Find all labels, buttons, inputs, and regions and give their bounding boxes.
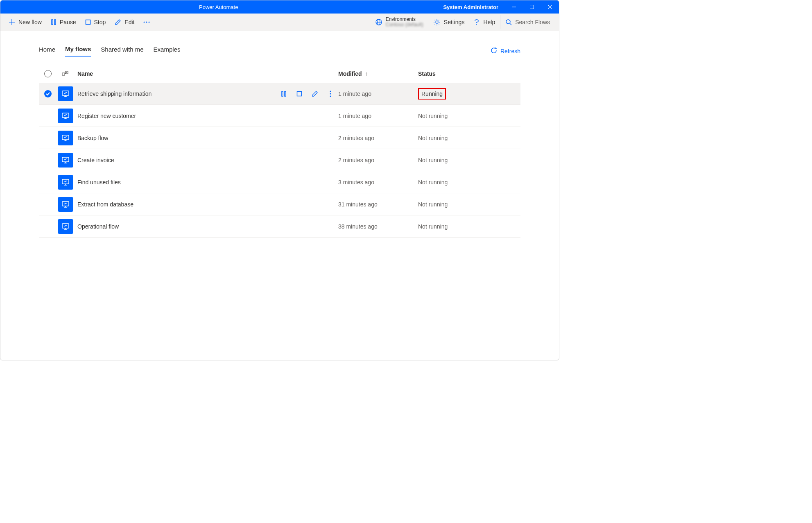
pencil-icon xyxy=(115,19,121,25)
flow-name[interactable]: Backup flow xyxy=(73,135,252,141)
svg-rect-27 xyxy=(297,91,302,96)
desktop-flow-icon xyxy=(58,109,73,123)
column-status[interactable]: Status xyxy=(418,70,520,77)
svg-line-18 xyxy=(510,23,511,25)
environment-value: Contoso (default) xyxy=(386,22,423,27)
svg-point-10 xyxy=(146,22,147,23)
flows-table: Name Modified↑ Status Retrieve shipping … xyxy=(39,65,520,238)
svg-rect-26 xyxy=(285,91,286,96)
help-icon xyxy=(473,19,480,25)
flow-status: Not running xyxy=(418,135,448,141)
svg-point-28 xyxy=(330,91,331,92)
tab-home[interactable]: Home xyxy=(39,46,55,56)
flow-name[interactable]: Operational flow xyxy=(73,223,252,230)
flow-status: Not running xyxy=(418,179,448,186)
flow-status: Running xyxy=(418,88,446,100)
titlebar: Power Automate System Administrator xyxy=(0,0,559,14)
environments-picker[interactable]: Environments Contoso (default) xyxy=(370,17,428,27)
edit-label: Edit xyxy=(124,19,134,25)
tab-my-flows[interactable]: My flows xyxy=(65,45,91,57)
select-all-checkbox[interactable] xyxy=(44,70,52,77)
user-label[interactable]: System Administrator xyxy=(437,4,505,10)
flow-name[interactable]: Find unused files xyxy=(73,179,252,186)
svg-point-11 xyxy=(149,22,150,23)
tab-examples[interactable]: Examples xyxy=(154,46,181,56)
flow-modified: 1 minute ago xyxy=(338,91,418,97)
column-name[interactable]: Name xyxy=(73,70,252,77)
close-button[interactable] xyxy=(541,0,559,14)
row-checkbox[interactable] xyxy=(44,90,52,97)
table-row[interactable]: Operational flow38 minutes agoNot runnin… xyxy=(39,215,520,238)
row-more-icon[interactable] xyxy=(327,90,334,97)
desktop-flow-icon xyxy=(58,175,73,190)
svg-rect-25 xyxy=(282,91,283,96)
tab-shared[interactable]: Shared with me xyxy=(101,46,143,56)
desktop-flow-icon xyxy=(58,131,73,145)
flow-name[interactable]: Register new customer xyxy=(73,113,252,119)
svg-rect-19 xyxy=(62,73,65,75)
sort-ascending-icon: ↑ xyxy=(365,70,368,77)
flow-status: Not running xyxy=(418,201,448,208)
settings-button[interactable]: Settings xyxy=(429,15,469,29)
new-flow-button[interactable]: New flow xyxy=(5,15,46,29)
maximize-button[interactable] xyxy=(523,0,541,14)
desktop-flow-icon xyxy=(58,219,73,234)
tabs: Home My flows Shared with me Examples Re… xyxy=(39,31,520,57)
help-label: Help xyxy=(483,19,495,25)
stop-icon xyxy=(85,19,91,25)
svg-point-9 xyxy=(144,22,145,23)
flow-modified: 38 minutes ago xyxy=(338,223,418,230)
svg-rect-8 xyxy=(86,20,90,25)
svg-point-15 xyxy=(436,21,438,23)
stop-button[interactable]: Stop xyxy=(81,15,110,29)
flow-modified: 1 minute ago xyxy=(338,113,418,119)
row-stop-icon[interactable] xyxy=(296,90,303,97)
flow-modified: 3 minutes ago xyxy=(338,179,418,186)
toolbar: New flow Pause Stop Edit Environments Co… xyxy=(0,14,559,31)
minimize-button[interactable] xyxy=(505,0,523,14)
row-edit-icon[interactable] xyxy=(311,90,319,97)
more-button[interactable] xyxy=(139,15,154,29)
plus-icon xyxy=(9,19,15,25)
desktop-flow-icon xyxy=(58,153,73,168)
table-row[interactable]: Retrieve shipping information1 minute ag… xyxy=(39,83,520,105)
search-placeholder: Search Flows xyxy=(515,19,550,25)
flow-name[interactable]: Create invoice xyxy=(73,157,252,163)
type-icon-header[interactable] xyxy=(57,70,73,77)
help-button[interactable]: Help xyxy=(469,15,499,29)
svg-point-17 xyxy=(506,20,510,24)
stop-label: Stop xyxy=(94,19,106,25)
flow-status: Not running xyxy=(418,157,448,163)
table-row[interactable]: Extract from database31 minutes agoNot r… xyxy=(39,193,520,215)
search-flows[interactable]: Search Flows xyxy=(500,15,555,29)
flow-name[interactable]: Retrieve shipping information xyxy=(73,91,252,97)
app-title: Power Automate xyxy=(0,4,437,10)
flow-modified: 31 minutes ago xyxy=(338,201,418,208)
svg-rect-20 xyxy=(66,71,68,74)
pause-button[interactable]: Pause xyxy=(47,15,80,29)
svg-point-30 xyxy=(330,95,331,97)
table-row[interactable]: Register new customer1 minute agoNot run… xyxy=(39,105,520,127)
refresh-icon xyxy=(491,47,497,55)
row-pause-icon[interactable] xyxy=(280,90,287,97)
refresh-label: Refresh xyxy=(500,48,520,54)
flow-modified: 2 minutes ago xyxy=(338,135,418,141)
new-flow-label: New flow xyxy=(18,19,42,25)
flow-name[interactable]: Extract from database xyxy=(73,201,252,208)
flow-status: Not running xyxy=(418,113,448,119)
search-icon xyxy=(505,19,512,25)
table-row[interactable]: Create invoice2 minutes agoNot running xyxy=(39,149,520,171)
desktop-flow-icon xyxy=(58,86,73,101)
table-header: Name Modified↑ Status xyxy=(39,65,520,83)
more-icon xyxy=(143,21,150,23)
svg-rect-1 xyxy=(530,5,534,9)
table-row[interactable]: Find unused files3 minutes agoNot runnin… xyxy=(39,171,520,193)
refresh-button[interactable]: Refresh xyxy=(491,47,520,55)
desktop-flow-icon xyxy=(58,197,73,212)
settings-label: Settings xyxy=(444,19,465,25)
table-row[interactable]: Backup flow2 minutes agoNot running xyxy=(39,127,520,149)
flow-modified: 2 minutes ago xyxy=(338,157,418,163)
column-modified[interactable]: Modified↑ xyxy=(338,70,418,77)
edit-button[interactable]: Edit xyxy=(111,15,138,29)
pause-label: Pause xyxy=(60,19,76,25)
